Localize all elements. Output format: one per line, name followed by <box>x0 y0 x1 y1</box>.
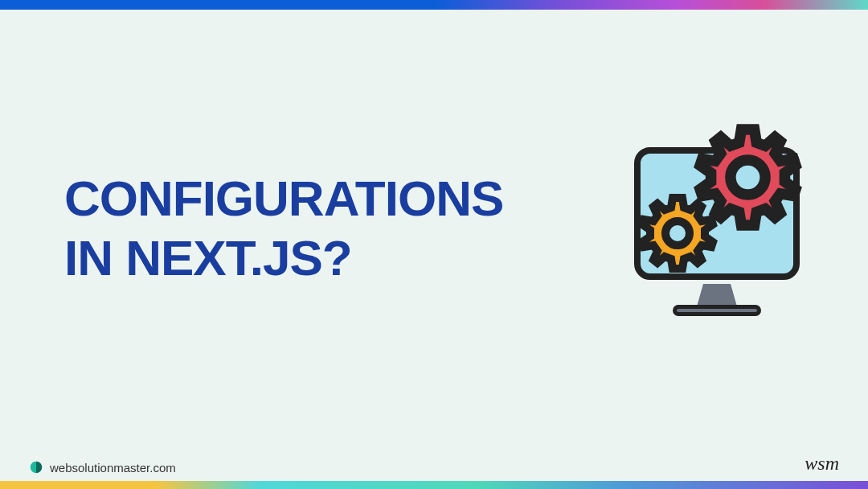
monitor-stand <box>697 284 737 306</box>
top-gradient-border <box>0 0 868 10</box>
watermark: wsm <box>805 453 839 475</box>
footer: websolutionmaster.com <box>29 460 176 475</box>
footer-domain: websolutionmaster.com <box>50 461 176 475</box>
svg-point-0 <box>731 160 765 195</box>
svg-point-1 <box>665 221 690 245</box>
monitor-gears-illustration <box>623 133 812 322</box>
page-title: CONFIGURATIONS IN NEXT.JS? <box>64 169 627 289</box>
gear-small-icon <box>637 193 718 273</box>
logo-icon <box>29 460 43 475</box>
bottom-gradient-border <box>0 481 868 489</box>
title-line-2: IN NEXT.JS? <box>64 228 627 288</box>
monitor-base <box>673 305 761 316</box>
title-line-1: CONFIGURATIONS <box>64 169 627 228</box>
